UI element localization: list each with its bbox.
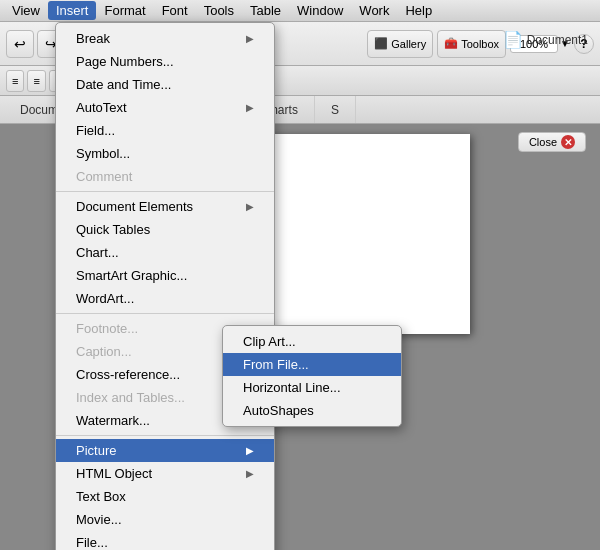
menu-autotext[interactable]: AutoText ▶	[56, 96, 274, 119]
menu-font[interactable]: Font	[154, 1, 196, 20]
doc-elements-arrow: ▶	[246, 201, 254, 212]
toolbox-label: Toolbox	[461, 38, 499, 50]
align-center-button[interactable]: ≡	[27, 70, 45, 92]
menu-break[interactable]: Break ▶	[56, 27, 274, 50]
submenu-from-file[interactable]: From File...	[223, 353, 401, 376]
separator-2	[56, 313, 274, 314]
menu-tools[interactable]: Tools	[196, 1, 242, 20]
document-title: Document1	[527, 33, 588, 47]
undo-button[interactable]: ↩	[6, 30, 34, 58]
autotext-arrow: ▶	[246, 102, 254, 113]
align-center-icon: ≡	[33, 75, 39, 87]
menu-date-time[interactable]: Date and Time...	[56, 73, 274, 96]
doc-icon: 📄	[503, 30, 523, 49]
close-label: Close	[529, 136, 557, 148]
menu-picture[interactable]: Picture ▶	[56, 439, 274, 462]
menu-quick-tables[interactable]: Quick Tables	[56, 218, 274, 241]
menu-text-box[interactable]: Text Box	[56, 485, 274, 508]
picture-arrow: ▶	[246, 445, 254, 456]
align-left-icon: ≡	[12, 75, 18, 87]
menu-page-numbers[interactable]: Page Numbers...	[56, 50, 274, 73]
separator-1	[56, 191, 274, 192]
menu-comment: Comment	[56, 165, 274, 188]
gallery-label: Gallery	[391, 38, 426, 50]
submenu-horizontal-line[interactable]: Horizontal Line...	[223, 376, 401, 399]
menu-help[interactable]: Help	[397, 1, 440, 20]
menu-movie[interactable]: Movie...	[56, 508, 274, 531]
menu-field[interactable]: Field...	[56, 119, 274, 142]
html-object-arrow: ▶	[246, 468, 254, 479]
menu-window[interactable]: Window	[289, 1, 351, 20]
toolbox-button[interactable]: 🧰 Toolbox	[437, 30, 506, 58]
break-arrow: ▶	[246, 33, 254, 44]
submenu-clip-art[interactable]: Clip Art...	[223, 330, 401, 353]
insert-menu: Break ▶ Page Numbers... Date and Time...…	[55, 22, 275, 550]
submenu-autoshapes[interactable]: AutoShapes	[223, 399, 401, 422]
menu-symbol[interactable]: Symbol...	[56, 142, 274, 165]
menu-insert[interactable]: Insert	[48, 1, 97, 20]
menu-chart[interactable]: Chart...	[56, 241, 274, 264]
menu-work[interactable]: Work	[351, 1, 397, 20]
separator-3	[56, 435, 274, 436]
menu-view[interactable]: View	[4, 1, 48, 20]
align-left-button[interactable]: ≡	[6, 70, 24, 92]
menu-document-elements[interactable]: Document Elements ▶	[56, 195, 274, 218]
undo-icon: ↩	[14, 36, 26, 52]
tab-s[interactable]: S	[315, 96, 356, 123]
close-button[interactable]: Close ✕	[518, 132, 586, 152]
menu-file[interactable]: File...	[56, 531, 274, 550]
menu-wordart[interactable]: WordArt...	[56, 287, 274, 310]
menu-smartart[interactable]: SmartArt Graphic...	[56, 264, 274, 287]
gallery-icon: ⬛	[374, 37, 388, 50]
menu-table[interactable]: Table	[242, 1, 289, 20]
close-x-icon[interactable]: ✕	[561, 135, 575, 149]
picture-submenu: Clip Art... From File... Horizontal Line…	[222, 325, 402, 427]
close-bar: Close ✕	[518, 132, 586, 152]
menu-format[interactable]: Format	[96, 1, 153, 20]
menu-html-object[interactable]: HTML Object ▶	[56, 462, 274, 485]
menubar: View Insert Format Font Tools Table Wind…	[0, 0, 600, 22]
toolbox-icon: 🧰	[444, 37, 458, 50]
gallery-button[interactable]: ⬛ Gallery	[367, 30, 433, 58]
